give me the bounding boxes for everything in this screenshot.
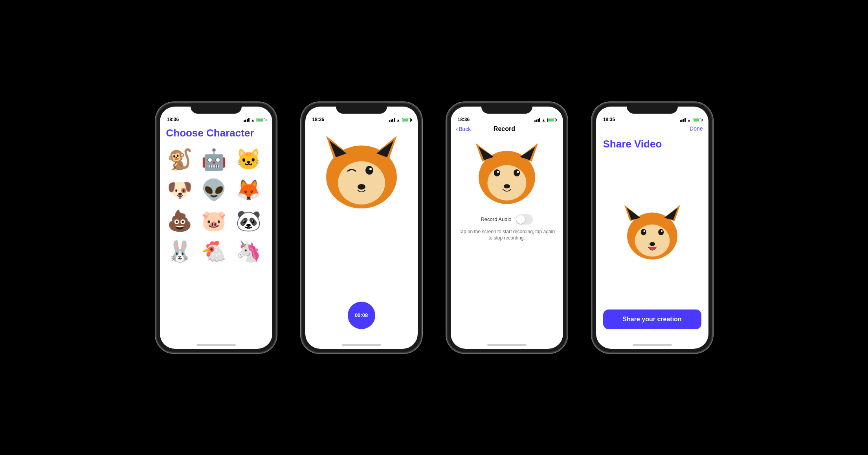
notch-1 — [191, 103, 242, 114]
svg-point-30 — [649, 242, 655, 246]
battery-icon-3 — [547, 118, 556, 122]
svg-point-28 — [658, 229, 664, 235]
emoji-fox[interactable]: 🦊 — [235, 176, 262, 204]
record-audio-row: Record Audio — [481, 214, 532, 225]
screen-content-4: Share Video — [596, 135, 708, 341]
emoji-grid: 🐒 🤖 🐱 🐶 👽 🦊 💩 🐷 🐼 🐰 🐔 🦄 — [166, 146, 266, 265]
home-indicator-4 — [596, 341, 708, 349]
emoji-poop[interactable]: 💩 — [166, 207, 194, 234]
notch-4 — [627, 103, 678, 114]
emoji-cat[interactable]: 🐱 — [235, 146, 262, 173]
screen-4: 18:35 ▲ Done — [596, 107, 708, 349]
status-time-4: 18:35 — [603, 117, 615, 122]
battery-icon-2 — [402, 118, 411, 122]
timer-badge[interactable]: 00:08 — [348, 302, 375, 329]
nav-bar-4: Done — [596, 124, 708, 135]
emoji-pig[interactable]: 🐷 — [200, 207, 228, 234]
chevron-left-icon: ‹ — [456, 126, 458, 132]
share-fox-area — [603, 154, 701, 309]
record-audio-toggle[interactable] — [516, 214, 533, 225]
svg-point-15 — [494, 169, 500, 176]
emoji-panda[interactable]: 🐼 — [235, 207, 262, 234]
phone-frame-4: 18:35 ▲ Done — [591, 102, 713, 354]
phone-4: 18:35 ▲ Done — [591, 102, 713, 354]
screen-1: 18:36 ▲ Choose Character — [160, 107, 272, 349]
svg-point-5 — [338, 161, 385, 204]
phone-3: 18:36 ▲ ‹ Back — [446, 102, 568, 354]
nav-bar-3: ‹ Back Record — [451, 124, 563, 136]
svg-point-7 — [369, 168, 372, 170]
record-content: Record Audio Tap on the screen to start … — [451, 136, 563, 341]
share-video-title: Share Video — [603, 138, 701, 150]
screen-2: 18:36 ▲ — [305, 107, 418, 349]
share-creation-button[interactable]: Share your creation — [603, 309, 701, 329]
share-video-content: Share Video — [596, 135, 708, 341]
svg-point-18 — [517, 171, 519, 173]
wifi-icon-1: ▲ — [251, 118, 255, 122]
record-controls: Record Audio Tap on the screen to start … — [459, 214, 555, 242]
status-time-3: 18:36 — [458, 117, 470, 122]
emoji-chicken[interactable]: 🐔 — [200, 238, 228, 265]
svg-point-16 — [497, 171, 499, 173]
phone-2: 18:36 ▲ — [301, 102, 422, 354]
phone-frame-2: 18:36 ▲ — [301, 102, 422, 354]
notch-3 — [481, 103, 532, 114]
record-hint-text: Tap on the screen to start recording, ta… — [459, 228, 555, 242]
emoji-monkey[interactable]: 🐒 — [166, 146, 194, 173]
battery-icon-1 — [257, 118, 265, 122]
timer-display: 00:08 — [355, 312, 368, 318]
emoji-alien[interactable]: 👽 — [200, 176, 228, 204]
emoji-unicorn[interactable]: 🦄 — [235, 238, 262, 265]
svg-point-19 — [503, 184, 510, 188]
fox-face-happy — [472, 140, 542, 206]
signal-icon-3 — [534, 118, 540, 122]
emoji-rabbit[interactable]: 🐰 — [166, 238, 194, 265]
svg-point-14 — [487, 165, 526, 200]
record-nav-title: Record — [494, 125, 515, 133]
back-label: Back — [459, 126, 471, 132]
battery-icon-4 — [693, 118, 701, 122]
svg-point-27 — [643, 230, 645, 232]
phone-1: 18:36 ▲ Choose Character — [155, 102, 277, 354]
phone-frame-3: 18:36 ▲ ‹ Back — [446, 102, 568, 354]
phone-frame-1: 18:36 ▲ Choose Character — [155, 102, 277, 354]
choose-character-title: Choose Character — [166, 127, 266, 139]
wifi-icon-2: ▲ — [396, 118, 400, 122]
wifi-icon-3: ▲ — [542, 118, 546, 122]
screen-content-2: 00:08 — [305, 124, 418, 341]
fox-face-winking — [318, 132, 405, 210]
signal-icon-1 — [244, 118, 250, 122]
home-indicator-2 — [305, 341, 418, 349]
choose-character-content: Choose Character 🐒 🤖 🐱 🐶 👽 🦊 💩 🐷 🐼 🐰 🐔 — [160, 124, 272, 268]
fox-face-sharing — [621, 202, 684, 261]
screen-content-1: Choose Character 🐒 🤖 🐱 🐶 👽 🦊 💩 🐷 🐼 🐰 🐔 — [160, 124, 272, 341]
emoji-robot[interactable]: 🤖 — [200, 146, 228, 173]
status-time-2: 18:36 — [312, 117, 325, 122]
screen-content-3: Record Audio Tap on the screen to start … — [451, 136, 563, 341]
svg-point-17 — [514, 169, 520, 176]
status-icons-4: ▲ — [680, 118, 701, 122]
screen-3: 18:36 ▲ ‹ Back — [451, 107, 563, 349]
done-button[interactable]: Done — [690, 125, 703, 132]
record-audio-label: Record Audio — [481, 216, 511, 222]
notch-2 — [336, 103, 387, 114]
wifi-icon-4: ▲ — [687, 118, 691, 122]
svg-point-8 — [358, 184, 365, 190]
svg-point-29 — [661, 230, 662, 232]
status-time-1: 18:36 — [167, 117, 179, 122]
svg-point-26 — [640, 229, 646, 235]
back-button[interactable]: ‹ Back — [456, 126, 471, 132]
svg-point-6 — [365, 166, 373, 175]
home-indicator-3 — [451, 341, 563, 349]
status-icons-3: ▲ — [534, 118, 556, 122]
fox-preview-content: 00:08 — [305, 124, 418, 341]
emoji-dog[interactable]: 🐶 — [166, 176, 194, 204]
svg-point-25 — [635, 225, 670, 257]
home-indicator-1 — [160, 341, 272, 349]
signal-icon-4 — [680, 118, 686, 122]
status-icons-1: ▲ — [244, 118, 265, 122]
status-icons-2: ▲ — [389, 118, 411, 122]
signal-icon-2 — [389, 118, 395, 122]
